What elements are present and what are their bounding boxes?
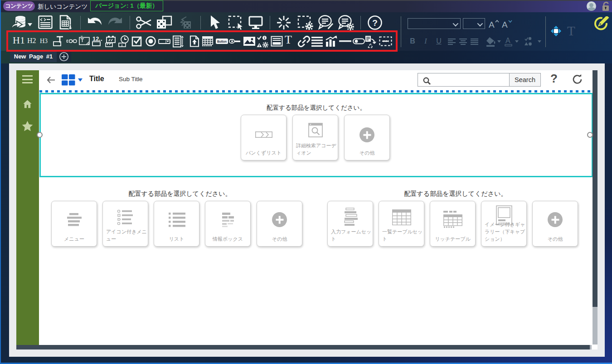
svg-text:?: ? (372, 18, 378, 28)
svg-text:A: A (502, 20, 508, 29)
svg-text:Button: Button (217, 40, 227, 43)
svg-text:A: A (489, 20, 495, 29)
svg-text:A: A (505, 37, 510, 44)
svg-text:12: 12 (92, 35, 99, 42)
